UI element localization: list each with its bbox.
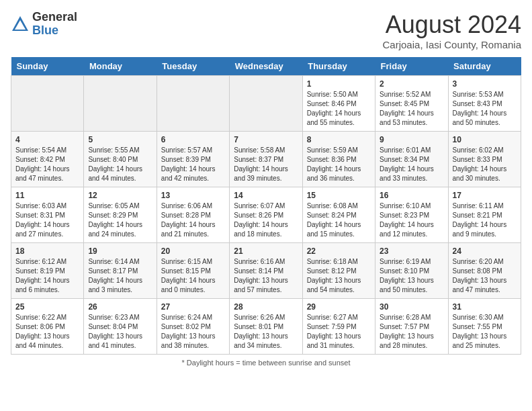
- calendar-cell: [157, 76, 229, 132]
- day-number: 6: [161, 135, 225, 144]
- col-header-friday: Friday: [375, 57, 448, 76]
- day-number: 18: [15, 246, 79, 256]
- day-number: 19: [88, 246, 152, 256]
- day-number: 12: [88, 191, 152, 200]
- day-number: 20: [161, 246, 225, 256]
- location-subtitle: Carjoaia, Iasi County, Romania: [383, 39, 521, 50]
- day-info: Sunrise: 6:16 AM Sunset: 8:14 PM Dayligh…: [234, 257, 298, 295]
- month-title: August 2024: [383, 11, 521, 39]
- calendar-cell: 6Sunrise: 5:57 AM Sunset: 8:39 PM Daylig…: [157, 132, 229, 187]
- calendar-cell: [11, 76, 84, 132]
- day-info: Sunrise: 6:12 AM Sunset: 8:19 PM Dayligh…: [15, 257, 79, 295]
- day-info: Sunrise: 6:10 AM Sunset: 8:23 PM Dayligh…: [380, 201, 443, 239]
- day-number: 22: [307, 246, 371, 256]
- day-info: Sunrise: 6:07 AM Sunset: 8:26 PM Dayligh…: [234, 201, 298, 239]
- week-row-4: 18Sunrise: 6:12 AM Sunset: 8:19 PM Dayli…: [11, 243, 521, 299]
- day-number: 17: [453, 191, 517, 200]
- col-header-saturday: Saturday: [448, 57, 521, 76]
- day-number: 2: [380, 79, 443, 89]
- day-number: 5: [88, 135, 152, 144]
- calendar-cell: 17Sunrise: 6:11 AM Sunset: 8:21 PM Dayli…: [448, 187, 521, 243]
- day-number: 3: [453, 79, 517, 89]
- day-number: 31: [453, 302, 517, 312]
- page-header: General Blue August 2024 Carjoaia, Iasi …: [11, 11, 521, 50]
- day-number: 7: [234, 135, 298, 144]
- day-info: Sunrise: 6:27 AM Sunset: 7:59 PM Dayligh…: [307, 313, 371, 351]
- day-number: 29: [307, 302, 371, 312]
- calendar-cell: [230, 76, 302, 132]
- day-number: 10: [453, 135, 517, 144]
- calendar-cell: 18Sunrise: 6:12 AM Sunset: 8:19 PM Dayli…: [11, 243, 84, 299]
- day-info: Sunrise: 5:58 AM Sunset: 8:37 PM Dayligh…: [234, 146, 298, 183]
- calendar-cell: 29Sunrise: 6:27 AM Sunset: 7:59 PM Dayli…: [302, 299, 375, 355]
- day-number: 23: [380, 246, 443, 256]
- day-info: Sunrise: 5:50 AM Sunset: 8:46 PM Dayligh…: [307, 90, 371, 128]
- calendar-cell: 10Sunrise: 6:02 AM Sunset: 8:33 PM Dayli…: [448, 132, 521, 187]
- calendar-cell: 7Sunrise: 5:58 AM Sunset: 8:37 PM Daylig…: [230, 132, 302, 187]
- calendar-cell: 24Sunrise: 6:20 AM Sunset: 8:08 PM Dayli…: [448, 243, 521, 299]
- day-info: Sunrise: 6:26 AM Sunset: 8:01 PM Dayligh…: [234, 313, 298, 351]
- logo: General Blue: [11, 11, 77, 38]
- day-info: Sunrise: 6:05 AM Sunset: 8:29 PM Dayligh…: [88, 201, 152, 239]
- day-number: 1: [307, 79, 371, 89]
- week-row-3: 11Sunrise: 6:03 AM Sunset: 8:31 PM Dayli…: [11, 187, 521, 243]
- logo-text: General Blue: [32, 11, 77, 38]
- calendar-cell: 1Sunrise: 5:50 AM Sunset: 8:46 PM Daylig…: [302, 76, 375, 132]
- day-number: 25: [15, 302, 79, 312]
- col-header-thursday: Thursday: [302, 57, 375, 76]
- calendar-cell: 27Sunrise: 6:24 AM Sunset: 8:02 PM Dayli…: [157, 299, 229, 355]
- calendar-cell: 2Sunrise: 5:52 AM Sunset: 8:45 PM Daylig…: [375, 76, 448, 132]
- day-info: Sunrise: 6:30 AM Sunset: 7:55 PM Dayligh…: [453, 313, 517, 351]
- day-info: Sunrise: 6:14 AM Sunset: 8:17 PM Dayligh…: [88, 257, 152, 295]
- logo-icon: [11, 15, 30, 34]
- day-info: Sunrise: 6:28 AM Sunset: 7:57 PM Dayligh…: [380, 313, 443, 351]
- calendar-cell: 15Sunrise: 6:08 AM Sunset: 8:24 PM Dayli…: [302, 187, 375, 243]
- day-number: 4: [15, 135, 79, 144]
- calendar-table: SundayMondayTuesdayWednesdayThursdayFrid…: [11, 57, 521, 355]
- calendar-cell: 3Sunrise: 5:53 AM Sunset: 8:43 PM Daylig…: [448, 76, 521, 132]
- calendar-cell: 20Sunrise: 6:15 AM Sunset: 8:15 PM Dayli…: [157, 243, 229, 299]
- day-number: 21: [234, 246, 298, 256]
- day-number: 13: [161, 191, 225, 200]
- day-info: Sunrise: 6:02 AM Sunset: 8:33 PM Dayligh…: [453, 146, 517, 183]
- calendar-cell: 14Sunrise: 6:07 AM Sunset: 8:26 PM Dayli…: [230, 187, 302, 243]
- day-info: Sunrise: 6:15 AM Sunset: 8:15 PM Dayligh…: [161, 257, 225, 295]
- day-number: 28: [234, 302, 298, 312]
- day-info: Sunrise: 6:18 AM Sunset: 8:12 PM Dayligh…: [307, 257, 371, 295]
- day-info: Sunrise: 6:20 AM Sunset: 8:08 PM Dayligh…: [453, 257, 517, 295]
- day-info: Sunrise: 6:24 AM Sunset: 8:02 PM Dayligh…: [161, 313, 225, 351]
- day-number: 8: [307, 135, 371, 144]
- day-number: 30: [380, 302, 443, 312]
- day-info: Sunrise: 6:11 AM Sunset: 8:21 PM Dayligh…: [453, 201, 517, 239]
- calendar-cell: 31Sunrise: 6:30 AM Sunset: 7:55 PM Dayli…: [448, 299, 521, 355]
- calendar-cell: 9Sunrise: 6:01 AM Sunset: 8:34 PM Daylig…: [375, 132, 448, 187]
- col-header-monday: Monday: [84, 57, 157, 76]
- calendar-header-row: SundayMondayTuesdayWednesdayThursdayFrid…: [11, 57, 521, 76]
- day-info: Sunrise: 5:54 AM Sunset: 8:42 PM Dayligh…: [15, 146, 79, 183]
- title-block: August 2024 Carjoaia, Iasi County, Roman…: [383, 11, 521, 50]
- day-number: 16: [380, 191, 443, 200]
- footer-note: * Daylight hours = time between sunrise …: [11, 359, 521, 367]
- day-info: Sunrise: 5:59 AM Sunset: 8:36 PM Dayligh…: [307, 146, 371, 183]
- week-row-5: 25Sunrise: 6:22 AM Sunset: 8:06 PM Dayli…: [11, 299, 521, 355]
- calendar-cell: 19Sunrise: 6:14 AM Sunset: 8:17 PM Dayli…: [84, 243, 157, 299]
- day-number: 24: [453, 246, 517, 256]
- day-info: Sunrise: 6:19 AM Sunset: 8:10 PM Dayligh…: [380, 257, 443, 295]
- day-info: Sunrise: 5:52 AM Sunset: 8:45 PM Dayligh…: [380, 90, 443, 128]
- day-number: 11: [15, 191, 79, 200]
- day-info: Sunrise: 6:06 AM Sunset: 8:28 PM Dayligh…: [161, 201, 225, 239]
- calendar-cell: 5Sunrise: 5:55 AM Sunset: 8:40 PM Daylig…: [84, 132, 157, 187]
- day-number: 27: [161, 302, 225, 312]
- calendar-cell: 28Sunrise: 6:26 AM Sunset: 8:01 PM Dayli…: [230, 299, 302, 355]
- calendar-cell: [84, 76, 157, 132]
- week-row-1: 1Sunrise: 5:50 AM Sunset: 8:46 PM Daylig…: [11, 76, 521, 132]
- day-number: 9: [380, 135, 443, 144]
- calendar-cell: 11Sunrise: 6:03 AM Sunset: 8:31 PM Dayli…: [11, 187, 84, 243]
- calendar-cell: 26Sunrise: 6:23 AM Sunset: 8:04 PM Dayli…: [84, 299, 157, 355]
- col-header-wednesday: Wednesday: [230, 57, 302, 76]
- calendar-cell: 22Sunrise: 6:18 AM Sunset: 8:12 PM Dayli…: [302, 243, 375, 299]
- calendar-cell: 30Sunrise: 6:28 AM Sunset: 7:57 PM Dayli…: [375, 299, 448, 355]
- day-info: Sunrise: 5:57 AM Sunset: 8:39 PM Dayligh…: [161, 146, 225, 183]
- day-info: Sunrise: 6:22 AM Sunset: 8:06 PM Dayligh…: [15, 313, 79, 351]
- day-info: Sunrise: 6:23 AM Sunset: 8:04 PM Dayligh…: [88, 313, 152, 351]
